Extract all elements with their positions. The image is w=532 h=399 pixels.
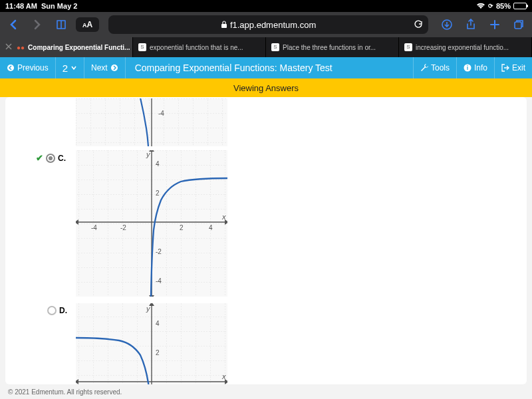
graph-option-d: y x 42 xyxy=(76,303,227,384)
option-d-marker[interactable]: D. xyxy=(36,303,76,315)
wrench-icon xyxy=(420,64,428,72)
previous-button[interactable]: Previous xyxy=(0,57,56,78)
content-area: -4 ✔ C. y x -4-2 xyxy=(0,97,532,384)
tab-label: Place the three functions in or... xyxy=(283,44,376,51)
wifi-icon xyxy=(476,3,485,9)
radio-selected xyxy=(46,154,55,163)
svg-text:-4: -4 xyxy=(156,277,162,285)
option-d-label: D. xyxy=(59,306,67,315)
reload-icon[interactable] xyxy=(414,20,423,29)
new-tab-button[interactable] xyxy=(485,15,504,34)
favicon-icon xyxy=(404,43,412,51)
exit-icon xyxy=(501,64,509,72)
svg-text:2: 2 xyxy=(156,349,160,356)
svg-text:x: x xyxy=(221,372,226,380)
chevron-down-icon xyxy=(70,65,77,71)
back-button[interactable] xyxy=(4,15,23,34)
tools-button[interactable]: Tools xyxy=(413,57,456,78)
svg-text:4: 4 xyxy=(156,320,160,327)
favicon-icon xyxy=(138,43,146,51)
graph-option-b-partial: -4 xyxy=(76,98,227,146)
browser-toolbar: AA f1.app.edmentum.com xyxy=(0,12,532,37)
tab-0[interactable]: ●● Comparing Exponential Functi... xyxy=(0,37,133,57)
svg-point-4 xyxy=(111,65,118,71)
date: Sun May 2 xyxy=(41,2,77,10)
svg-text:2: 2 xyxy=(156,190,160,197)
next-button[interactable]: Next xyxy=(84,57,126,78)
battery-percent: 85% xyxy=(496,2,511,10)
viewing-answers-banner: Viewing Answers xyxy=(0,78,532,97)
svg-rect-0 xyxy=(221,24,227,28)
option-c-marker[interactable]: ✔ C. xyxy=(36,150,76,163)
svg-text:i: i xyxy=(467,65,469,71)
svg-text:-4: -4 xyxy=(91,224,97,231)
exit-button[interactable]: Exit xyxy=(494,57,532,78)
graph-option-c: y x -4-2 24 42 -2-4 xyxy=(76,150,227,297)
tabs-button[interactable] xyxy=(509,15,528,34)
svg-text:x: x xyxy=(221,213,226,221)
clock: 11:48 AM xyxy=(5,2,37,10)
app-toolbar: Previous 2 Next Comparing Exponential Fu… xyxy=(0,57,532,78)
svg-rect-2 xyxy=(515,22,521,29)
info-icon: i xyxy=(464,64,471,72)
reader-aa-button[interactable]: AA xyxy=(76,17,99,32)
close-icon[interactable] xyxy=(5,43,13,51)
tab-label: increasing exponential functio... xyxy=(416,44,509,51)
tab-label: exponential function that is ne... xyxy=(150,44,243,51)
tab-label: Comparing Exponential Functi... xyxy=(28,44,130,51)
svg-text:-4: -4 xyxy=(158,110,164,117)
forward-button[interactable] xyxy=(28,15,47,34)
radio-unselected xyxy=(47,306,57,315)
lock-icon xyxy=(221,21,227,29)
svg-text:-2: -2 xyxy=(156,248,162,255)
svg-text:4: 4 xyxy=(209,224,213,231)
page-title: Comparing Exponential Functions: Mastery… xyxy=(126,57,413,78)
footer-copyright: © 2021 Edmentum. All rights reserved. xyxy=(0,384,532,399)
url-bar[interactable]: f1.app.edmentum.com xyxy=(108,15,428,34)
downloads-button[interactable] xyxy=(438,15,456,34)
ipad-status-bar: 11:48 AM Sun May 2 ⟳ 85% xyxy=(0,0,532,12)
check-icon: ✔ xyxy=(36,153,43,163)
battery-icon xyxy=(513,3,527,9)
favicon-icon xyxy=(271,43,279,51)
url-host: f1.app.edmentum.com xyxy=(230,20,316,30)
svg-text:4: 4 xyxy=(156,160,160,168)
tab-3[interactable]: increasing exponential functio... xyxy=(399,37,532,57)
option-c-label: C. xyxy=(58,154,66,163)
share-button[interactable] xyxy=(462,15,480,34)
svg-text:-2: -2 xyxy=(120,224,126,231)
svg-point-3 xyxy=(7,65,14,71)
question-number-dropdown[interactable]: 2 xyxy=(56,57,84,78)
info-button[interactable]: i Info xyxy=(456,57,494,78)
tab-1[interactable]: exponential function that is ne... xyxy=(133,37,266,57)
tab-2[interactable]: Place the three functions in or... xyxy=(266,37,399,57)
svg-text:2: 2 xyxy=(180,224,184,231)
tab-strip: ●● Comparing Exponential Functi... expon… xyxy=(0,37,532,57)
bookmarks-button[interactable] xyxy=(52,15,70,34)
